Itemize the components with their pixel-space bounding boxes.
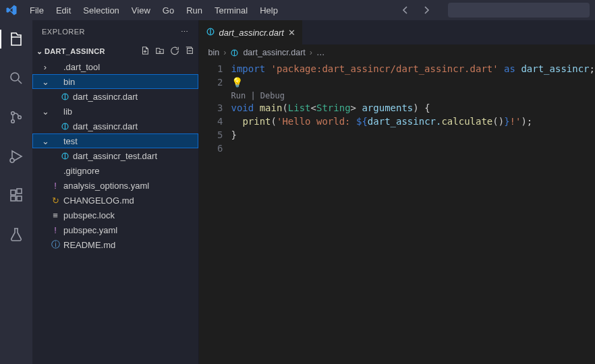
svg-rect-7: [17, 196, 22, 201]
file-icon: ↻: [50, 195, 61, 206]
file-icon: !: [50, 181, 61, 191]
tree-file[interactable]: dart_assincr.dart: [32, 89, 198, 104]
command-center-search[interactable]: [448, 3, 590, 18]
nav-forward-icon[interactable]: [421, 5, 432, 16]
tree-label: pubspec.yaml: [63, 225, 117, 235]
menu-go[interactable]: Go: [157, 3, 179, 18]
refresh-icon[interactable]: [170, 46, 179, 57]
svg-point-3: [18, 116, 22, 119]
activity-testing-icon[interactable]: [0, 221, 32, 248]
tree-folder[interactable]: ⌄lib: [32, 104, 198, 119]
file-icon: ⓘ: [50, 239, 61, 251]
breadcrumb-more[interactable]: …: [316, 48, 325, 57]
tree-folder[interactable]: ⌄test: [32, 133, 198, 148]
svg-rect-6: [11, 196, 16, 201]
line-gutter: 1 2 3 4 5 6: [199, 62, 231, 364]
chevron-down-icon: ⌄: [40, 107, 50, 117]
close-icon[interactable]: ✕: [288, 28, 295, 38]
svg-rect-5: [11, 190, 16, 195]
explorer-section-header[interactable]: ⌄ DART_ASSINCR: [32, 43, 198, 59]
file-icon: ≡: [50, 210, 61, 220]
tab-label: dart_assincr.dart: [219, 28, 284, 38]
new-file-icon[interactable]: [140, 46, 150, 57]
tree-label: .gitignore: [63, 166, 99, 176]
explorer-more-icon[interactable]: ⋯: [181, 28, 189, 36]
explorer-sidebar: Explorer ⋯ ⌄ DART_ASSINCR ›.dart_tool⌄bi…: [32, 20, 199, 364]
tree-file[interactable]: ≡pubspec.lock: [32, 208, 198, 222]
tree-file[interactable]: !analysis_options.yaml: [32, 178, 198, 193]
activity-source-control-icon[interactable]: [0, 104, 32, 131]
activity-explorer-icon[interactable]: [0, 26, 32, 53]
dart-file-icon: [59, 92, 70, 101]
chevron-right-icon: ›: [223, 48, 226, 57]
tree-label: lib: [63, 107, 72, 117]
chevron-down-icon: ⌄: [40, 77, 50, 87]
titlebar: File Edit Selection View Go Run Terminal…: [0, 0, 595, 20]
code-lens-run-debug[interactable]: Run | Debug: [231, 89, 595, 101]
menu-run[interactable]: Run: [181, 3, 208, 18]
breadcrumbs[interactable]: bin › dart_assincr.dart › …: [199, 44, 595, 61]
dart-file-icon: [59, 152, 70, 160]
menu-selection[interactable]: Selection: [78, 3, 124, 18]
new-folder-icon[interactable]: [155, 46, 165, 57]
tree-label: .dart_tool: [63, 62, 100, 72]
editor-tabs: dart_assincr.dart ✕: [199, 20, 595, 44]
tree-folder[interactable]: ⌄bin: [32, 74, 198, 89]
lightbulb-icon[interactable]: 💡: [231, 77, 243, 88]
tree-file[interactable]: ↻CHANGELOG.md: [32, 193, 198, 208]
activity-search-icon[interactable]: [0, 65, 32, 92]
menu-terminal[interactable]: Terminal: [209, 3, 253, 18]
dart-file-icon: [206, 27, 215, 38]
explorer-section-name: DART_ASSINCR: [45, 47, 105, 55]
nav-arrows: [401, 5, 445, 16]
activity-bar: [0, 20, 32, 364]
tree-label: pubspec.lock: [63, 210, 115, 220]
nav-back-icon[interactable]: [401, 5, 412, 16]
tree-label: dart_assincr_test.dart: [73, 151, 157, 161]
collapse-all-icon[interactable]: [185, 46, 194, 57]
svg-point-4: [10, 158, 14, 162]
svg-point-2: [11, 120, 15, 123]
explorer-title: Explorer: [42, 28, 85, 36]
menu-edit[interactable]: Edit: [51, 3, 76, 18]
chevron-down-icon: ⌄: [40, 136, 50, 146]
menu-bar: File Edit Selection View Go Run Terminal…: [24, 3, 283, 18]
chevron-right-icon: ›: [40, 62, 50, 72]
dart-file-icon: [59, 122, 70, 131]
tree-file[interactable]: dart_assincr_test.dart: [32, 148, 198, 163]
tree-label: dart_assincr.dart: [73, 92, 138, 102]
tree-file[interactable]: !pubspec.yaml: [32, 222, 198, 237]
tree-label: bin: [63, 77, 75, 87]
code-content[interactable]: import 'package:dart_assincr/dart_assinc…: [231, 62, 595, 364]
chevron-down-icon: ⌄: [35, 47, 45, 56]
tree-file[interactable]: dart_assincr.dart: [32, 119, 198, 133]
tree-folder[interactable]: ›.dart_tool: [32, 59, 198, 74]
svg-point-0: [11, 73, 19, 81]
chevron-right-icon: ›: [310, 48, 312, 57]
activity-extensions-icon[interactable]: [0, 182, 32, 209]
tree-label: analysis_options.yaml: [63, 181, 149, 191]
svg-rect-8: [17, 189, 22, 193]
menu-file[interactable]: File: [24, 3, 49, 18]
menu-view[interactable]: View: [126, 3, 156, 18]
tab-dart-assincr[interactable]: dart_assincr.dart ✕: [199, 20, 303, 44]
tree-label: test: [63, 136, 78, 146]
breadcrumb-file[interactable]: dart_assincr.dart: [243, 48, 305, 57]
tree-file[interactable]: ⓘREADME.md: [32, 237, 198, 252]
tree-label: dart_assincr.dart: [73, 121, 138, 131]
menu-help[interactable]: Help: [254, 3, 283, 18]
tree-label: CHANGELOG.md: [63, 195, 134, 206]
editor-area: dart_assincr.dart ✕ bin › dart_assincr.d…: [199, 20, 595, 364]
explorer-header: Explorer ⋯: [32, 20, 198, 43]
file-tree: ›.dart_tool⌄bindart_assincr.dart⌄libdart…: [32, 59, 198, 257]
activity-run-debug-icon[interactable]: [0, 143, 32, 170]
tree-file[interactable]: .gitignore: [32, 163, 198, 178]
breadcrumb-bin[interactable]: bin: [208, 48, 220, 57]
vscode-logo-icon: [5, 4, 18, 16]
file-icon: !: [50, 225, 61, 235]
code-editor[interactable]: 1 2 3 4 5 6 import 'package:dart_assincr…: [199, 61, 595, 364]
svg-point-1: [11, 112, 15, 115]
tree-label: README.md: [63, 240, 115, 250]
dart-file-icon: [230, 49, 239, 57]
